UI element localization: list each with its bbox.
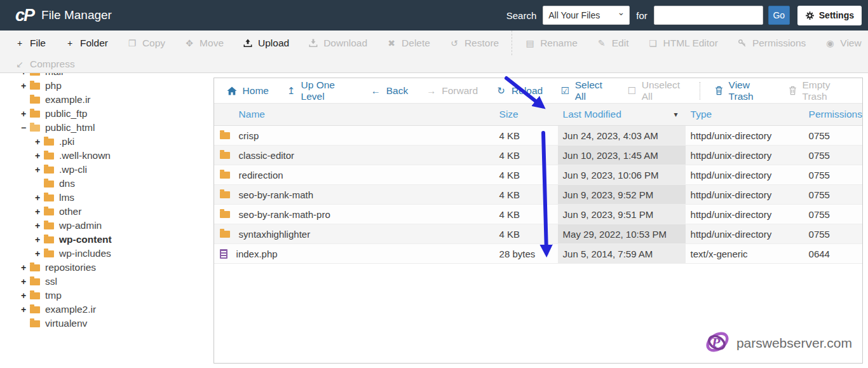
toolbar-item-label: Rename bbox=[540, 37, 578, 49]
sidebar-item-label: virtualenv bbox=[45, 318, 87, 329]
nav-item-forward[interactable]: →Forward bbox=[417, 85, 487, 97]
cell-size: 4 KB bbox=[496, 130, 558, 141]
sidebar-item-public-html[interactable]: −public_html bbox=[0, 121, 214, 135]
sidebar-item-label: public_ftp bbox=[45, 108, 87, 119]
nav-item-label: Empty Trash bbox=[802, 79, 850, 102]
column-header-name[interactable]: Name bbox=[214, 109, 496, 120]
nav-item-view-trash[interactable]: View Trash bbox=[700, 82, 779, 100]
nav-item-home[interactable]: Home bbox=[218, 85, 278, 97]
cell-name: index.php bbox=[214, 249, 496, 259]
sidebar-item-label: example.ir bbox=[45, 94, 91, 106]
expand-icon[interactable]: + bbox=[19, 290, 28, 301]
gear-icon bbox=[805, 11, 815, 20]
nav-item-reload[interactable]: ↻Reload bbox=[487, 85, 552, 97]
toolbar-item-restore[interactable]: ↺Restore bbox=[440, 31, 508, 55]
expand-icon[interactable]: + bbox=[19, 81, 28, 91]
toolbar-item-edit[interactable]: ✎Edit bbox=[587, 31, 639, 55]
expand-icon[interactable]: + bbox=[33, 193, 42, 203]
sidebar-item-example2-ir[interactable]: +example2.ir bbox=[0, 303, 214, 317]
table-row-classic-editor[interactable]: classic-editor4 KBJun 10, 2023, 1:45 AMh… bbox=[214, 146, 862, 165]
column-header-permissions[interactable]: Permissions bbox=[789, 109, 862, 120]
app-header: cP File Manager Search All Your Files fo… bbox=[0, 0, 868, 31]
column-header-type[interactable]: Type bbox=[686, 109, 789, 120]
go-button[interactable]: Go bbox=[768, 6, 790, 25]
table-row-redirection[interactable]: redirection4 KBJun 9, 2023, 10:06 PMhttp… bbox=[214, 165, 862, 185]
cell-type: httpd/unix-directory bbox=[686, 209, 789, 220]
toolbar-item-folder[interactable]: +Folder bbox=[55, 31, 118, 55]
nav-item-select-all[interactable]: ☑Select All bbox=[552, 79, 618, 102]
toolbar-item-copy[interactable]: ❐Copy bbox=[118, 31, 175, 55]
open-folder-icon bbox=[30, 125, 40, 132]
sidebar-item-example-ir[interactable]: example.ir bbox=[0, 93, 214, 107]
expand-icon[interactable]: + bbox=[19, 109, 28, 119]
sidebar-item-tmp[interactable]: +tmp bbox=[0, 289, 214, 303]
cell-last-modified: May 29, 2022, 10:53 PM bbox=[558, 224, 686, 243]
nav-item-up-one-level[interactable]: ↥Up One Level bbox=[278, 79, 362, 102]
toolbar-item-rename[interactable]: ▤Rename bbox=[512, 31, 587, 55]
expand-icon[interactable]: + bbox=[33, 207, 42, 217]
expand-icon[interactable]: + bbox=[33, 137, 42, 147]
expand-icon[interactable]: + bbox=[19, 262, 28, 273]
table-row-seo-by-rank-math[interactable]: seo-by-rank-math4 KBJun 9, 2023, 9:52 PM… bbox=[214, 185, 862, 205]
toolbar-item-delete[interactable]: ✖Delete bbox=[377, 31, 440, 55]
expand-icon[interactable]: + bbox=[19, 304, 28, 315]
search-scope-select[interactable]: All Your Files bbox=[543, 6, 630, 25]
sidebar-item-dns[interactable]: dns bbox=[0, 177, 214, 191]
folder-icon bbox=[44, 167, 54, 174]
sidebar-item-repositories[interactable]: +repositories bbox=[0, 261, 214, 275]
table-row-index-php[interactable]: index.php28 bytesJun 5, 2014, 7:59 AMtex… bbox=[214, 244, 862, 264]
upload-icon bbox=[243, 39, 253, 48]
search-bar: Search All Your Files for Go Settings bbox=[506, 6, 862, 25]
search-input[interactable] bbox=[654, 6, 763, 25]
folder-icon bbox=[220, 172, 230, 179]
sidebar-item-other[interactable]: +other bbox=[0, 205, 214, 219]
toolbar-item-download[interactable]: Download bbox=[299, 31, 377, 55]
toolbar-item-permissions[interactable]: Permissions bbox=[728, 31, 815, 55]
expand-icon[interactable]: + bbox=[33, 151, 42, 161]
expand-icon[interactable]: + bbox=[33, 249, 42, 259]
sidebar-item-wp-includes[interactable]: +wp-includes bbox=[0, 247, 214, 261]
column-header-last-modified[interactable]: Last Modified ▾ bbox=[558, 104, 686, 125]
sidebar-item-label: tmp bbox=[45, 290, 62, 301]
sidebar-item--well-known[interactable]: +.well-known bbox=[0, 149, 214, 163]
expand-icon[interactable]: + bbox=[33, 165, 42, 175]
sidebar-item-wp-content[interactable]: +wp-content bbox=[0, 233, 214, 247]
nav-item-empty-trash[interactable]: Empty Trash bbox=[779, 79, 858, 102]
cpanel-logo[interactable]: cP bbox=[15, 6, 34, 25]
folder-icon bbox=[220, 211, 230, 218]
settings-button[interactable]: Settings bbox=[797, 6, 862, 25]
expand-icon[interactable]: + bbox=[19, 276, 28, 287]
sidebar-item-mail[interactable]: +mail bbox=[0, 73, 214, 79]
toolbar-item-html-editor[interactable]: ❏HTML Editor bbox=[638, 31, 727, 55]
sidebar-item-php[interactable]: +php bbox=[0, 79, 214, 93]
expand-icon[interactable]: + bbox=[33, 221, 42, 231]
table-row-crisp[interactable]: crisp4 KBJun 24, 2023, 4:03 AMhttpd/unix… bbox=[214, 126, 862, 146]
select-all-icon: ☑ bbox=[560, 85, 570, 97]
view-icon: ◉ bbox=[825, 38, 835, 48]
toolbar-item-label: Copy bbox=[142, 37, 165, 49]
sidebar-item-public-ftp[interactable]: +public_ftp bbox=[0, 107, 214, 121]
sidebar-item--pki[interactable]: +.pki bbox=[0, 135, 214, 149]
toolbar-item-compress[interactable]: ↙Compress bbox=[5, 55, 85, 72]
table-row-syntaxhighlighter[interactable]: syntaxhighlighter4 KBMay 29, 2022, 10:53… bbox=[214, 224, 862, 244]
column-header-size[interactable]: Size bbox=[496, 109, 558, 120]
page-title: File Manager bbox=[41, 8, 112, 22]
toolbar-item-upload[interactable]: Upload bbox=[233, 31, 299, 55]
folder-icon bbox=[44, 236, 54, 243]
nav-item-back[interactable]: ←Back bbox=[362, 85, 417, 97]
sidebar-item-ssl[interactable]: +ssl bbox=[0, 275, 214, 289]
expand-icon[interactable]: + bbox=[33, 235, 42, 245]
sidebar-item-wp-admin[interactable]: +wp-admin bbox=[0, 219, 214, 233]
sidebar-item-lms[interactable]: +lms bbox=[0, 191, 214, 205]
toolbar-item-move[interactable]: ✥Move bbox=[175, 31, 233, 55]
expand-icon[interactable]: + bbox=[19, 73, 28, 77]
table-row-seo-by-rank-math-pro[interactable]: seo-by-rank-math-pro4 KBJun 9, 2023, 9:5… bbox=[214, 205, 862, 224]
content-area: +mail+phpexample.ir+public_ftp−public_ht… bbox=[0, 73, 868, 367]
nav-item-unselect-all[interactable]: ☐Unselect All bbox=[618, 79, 695, 102]
cell-size: 4 KB bbox=[496, 209, 558, 220]
toolbar-item-file[interactable]: +File bbox=[5, 31, 55, 55]
collapse-icon[interactable]: − bbox=[19, 123, 28, 133]
sidebar-item-virtualenv[interactable]: virtualenv bbox=[0, 317, 214, 331]
sidebar-item--wp-cli[interactable]: +.wp-cli bbox=[0, 163, 214, 177]
toolbar-item-view[interactable]: ◉View bbox=[815, 31, 868, 55]
